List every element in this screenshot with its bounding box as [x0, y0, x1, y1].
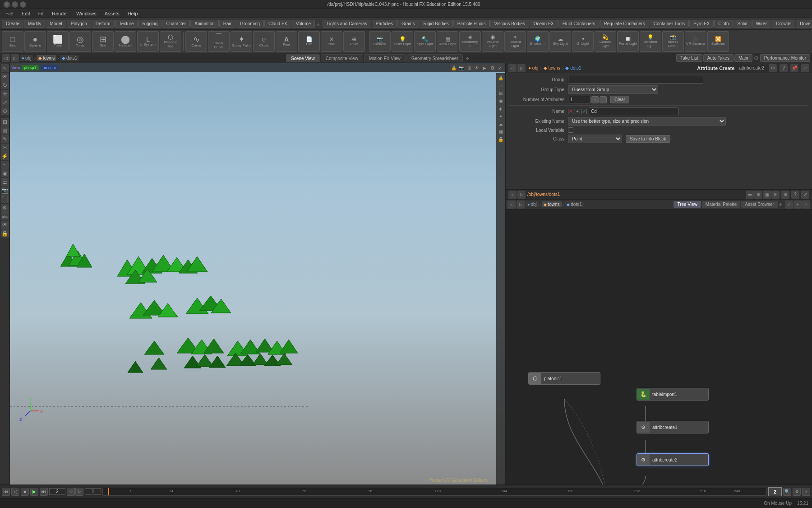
tool-caustic-light[interactable]: 💫 Caustic Light [595, 31, 616, 52]
attr-num-attrs-input[interactable] [568, 96, 591, 103]
auto-takes-btn[interactable]: Auto Takes [703, 54, 734, 62]
node-attribcreate2[interactable]: ⚙ attribcreate2 [637, 453, 709, 466]
tl-skip-start-btn[interactable]: ⏮ [2, 488, 10, 496]
node-path-obj-btn[interactable]: ● obj [526, 201, 539, 207]
tool-tube[interactable]: ⬜ Tube [47, 31, 69, 52]
minimize-icon[interactable]: − [12, 1, 18, 8]
pose-tool[interactable]: ⚡ [1, 152, 9, 160]
maximize-icon[interactable]: □ [20, 1, 26, 8]
tool-camera[interactable]: 📷 Camera [369, 31, 391, 52]
node-help-icon[interactable]: ? [791, 191, 799, 199]
attr-clear-btn[interactable]: Clear [610, 96, 629, 103]
tl-stop-btn[interactable]: ■ [21, 488, 29, 496]
menu-help[interactable]: Help [124, 10, 142, 17]
tool-grid[interactable]: ⊞ Grid [92, 31, 114, 52]
tool-curve[interactable]: ∿ Curve [185, 31, 207, 52]
tb-fluid-containers[interactable]: Fluid Containers [558, 20, 600, 28]
attr-nav-fwd[interactable]: ▷ [517, 64, 526, 72]
attr-path-obj[interactable]: ● obj [528, 65, 538, 70]
node-tab-add-icon[interactable]: + [779, 201, 782, 208]
tl-prev-btn[interactable]: ◁ [11, 488, 19, 496]
attr-check-btn[interactable]: ✓ [581, 109, 587, 114]
vp-tool-7[interactable]: ☁ [497, 120, 504, 127]
vp-perspective-badge[interactable]: persp1 [22, 65, 39, 70]
shelf-tool[interactable]: ☰ [1, 178, 9, 186]
node-path-towns-btn[interactable]: ◆ towns [542, 201, 561, 207]
tb-crowds[interactable]: Crowds [772, 20, 795, 28]
tool-geometry-light[interactable]: ◈ Geometry L. [459, 31, 481, 52]
curve-tool[interactable]: ~ [1, 161, 9, 169]
path-dots1[interactable]: ◆ dots1 [60, 55, 79, 61]
tool-volume-light[interactable]: ◉ Volume Light [482, 31, 503, 52]
tb-drive-sim[interactable]: Drive Simulation [796, 20, 812, 28]
tl-skip-end-btn[interactable]: ⏭ [40, 488, 48, 496]
tab-motion-fx[interactable]: Motion FX View [364, 54, 406, 62]
tb-character[interactable]: Character [162, 20, 190, 28]
tb-cloudfx[interactable]: Cloud FX [264, 20, 291, 28]
attr-nav-back[interactable]: ◁ [508, 64, 517, 72]
main-btn[interactable]: Main [734, 54, 752, 62]
tl-end-frame-input[interactable] [85, 488, 101, 495]
misc-tool[interactable]: ⚙ [1, 204, 9, 212]
tool-metaball[interactable]: ⬤ Metaball [115, 31, 136, 52]
tool-portal-light[interactable]: 🔲 Portal Light [617, 31, 639, 52]
menu-fit[interactable]: Fit [35, 10, 47, 17]
vp-tool-9[interactable]: 🔒 [497, 135, 504, 143]
tb-grooming[interactable]: Grooming [236, 20, 264, 28]
menu-edit[interactable]: Edit [18, 10, 34, 17]
tl-current-frame-input[interactable] [49, 488, 65, 495]
vp-cam2-icon[interactable]: 📷 [458, 64, 465, 71]
node-attribcreate1[interactable]: ⚙ attribcreate1 [637, 421, 709, 433]
tb-container-tools[interactable]: Container Tools [650, 20, 689, 28]
vp-camera-badge[interactable]: no cam [41, 65, 59, 70]
attr-group-input[interactable] [568, 76, 703, 84]
node-path-dots1-btn[interactable]: ◆ dots1 [565, 201, 583, 207]
ng-zoom-fit-icon[interactable]: ⤢ [785, 200, 793, 209]
attr-num-plus-btn[interactable]: + [591, 96, 599, 103]
tb-rigid-bodies[interactable]: Rigid Bodies [420, 20, 453, 28]
attr-local-var-checkbox[interactable] [568, 127, 573, 133]
node-nav-back[interactable]: ◁ [508, 191, 517, 199]
tb-deform[interactable]: Deform [92, 20, 115, 28]
path-obj[interactable]: ● obj [20, 55, 33, 61]
window-controls-left[interactable]: ✕ − □ [4, 1, 26, 8]
tool-box[interactable]: □ Box [2, 31, 23, 52]
tb-regulate[interactable]: Regulate Containers [600, 20, 649, 28]
node-settings-icon[interactable]: ⚙ [781, 191, 789, 199]
vp-grid-icon[interactable]: ⊞ [466, 64, 473, 71]
render-region-tool[interactable]: ⬛ [1, 195, 9, 203]
attr-x-btn[interactable]: ✕ [568, 109, 573, 114]
tb-add-icon[interactable]: + [316, 20, 320, 28]
tb-grains[interactable]: Grains [397, 20, 419, 28]
tool-platonic[interactable]: ⬡ Platonic Sol. [160, 31, 181, 52]
tool-vr-camera[interactable]: 🎥 VR Camera [685, 31, 706, 52]
vp-tool-4[interactable]: ◉ [497, 97, 504, 104]
attr-existing-name-select[interactable]: Use the better type, size and precision [568, 117, 726, 126]
nav-back-icon[interactable]: ◁ [2, 54, 10, 62]
node-tab-nav-fwd[interactable]: ▷ [517, 200, 525, 209]
attr-save-info-btn[interactable]: Save to Info Block [626, 135, 670, 143]
node-detail-view-icon[interactable]: ≡ [771, 191, 780, 199]
vp-lock-icon[interactable]: 🔒 [450, 64, 457, 71]
close-icon[interactable]: ✕ [4, 1, 10, 8]
vp-expand-icon[interactable]: ⤢ [496, 64, 503, 71]
tool-distant-light[interactable]: ☀ Distant Light [504, 31, 526, 52]
menu-render[interactable]: Render [48, 10, 72, 17]
attr-settings-icon[interactable]: ⚙ [769, 64, 777, 72]
menu-assets[interactable]: Assets [101, 10, 123, 17]
tool-circle[interactable]: ○ Circle [253, 31, 275, 52]
tl-frame-next-icon[interactable]: ▷ [75, 488, 83, 496]
tb-volume[interactable]: Volume [292, 20, 315, 28]
attr-num-minus-btn[interactable]: − [600, 96, 607, 103]
node-tab-material-palette[interactable]: Material Palette [702, 201, 740, 208]
node-tab-asset-browser[interactable]: Asset Browser [741, 201, 777, 208]
vp-tool-1[interactable]: 🔒 [497, 74, 504, 81]
view-tool[interactable]: 👁 [1, 73, 9, 81]
translate-tool[interactable]: ✛ [1, 90, 9, 98]
performance-monitor-icon[interactable]: ⚙ [753, 55, 759, 62]
tab-composite-view[interactable]: Composite View [321, 54, 363, 62]
tb-create[interactable]: Create [2, 20, 23, 28]
lock-tool[interactable]: 🔒 [1, 229, 9, 238]
vp-view-icon[interactable]: View [12, 64, 20, 72]
attr-class-select[interactable]: Point [568, 135, 622, 143]
